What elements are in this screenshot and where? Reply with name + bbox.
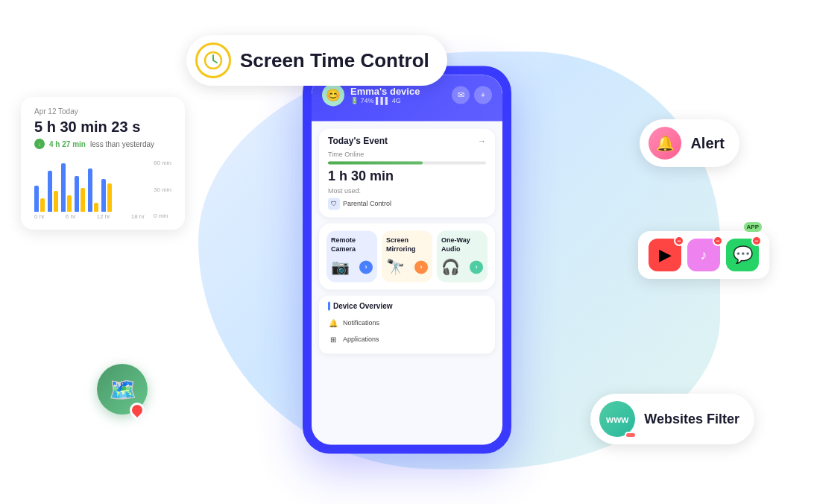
screen-mirroring-card[interactable]: ScreenMirroring 🔭 › <box>382 230 432 282</box>
bar-group-3 <box>61 163 72 212</box>
event-arrow-icon[interactable]: → <box>478 136 486 145</box>
chart-x-labels: 0 hr 6 hr 12 hr 18 hr <box>34 213 145 220</box>
alert-text: Alert <box>690 135 725 152</box>
www-icon: www <box>599 401 635 437</box>
device-avatar: 😊 <box>322 84 344 106</box>
x-label-6: 6 hr <box>66 213 76 220</box>
bar-yellow <box>81 188 85 212</box>
app-label: APP <box>744 222 762 232</box>
whatsapp-icon[interactable]: 💬 − APP <box>726 239 759 271</box>
parental-control-name: Parental Control <box>343 200 391 207</box>
device-info: 😊 Emma's device 🔋 74% ▌▌▌ 4G <box>322 84 420 106</box>
applications-label: Applications <box>343 336 379 344</box>
one-way-audio-row: 🎧 › <box>441 259 483 277</box>
feature-cards: RemoteCamera 📷 › ScreenMirroring 🔭 › One… <box>319 223 495 289</box>
bar-yellow <box>54 191 58 212</box>
bell-icon: 🔔 <box>328 318 338 329</box>
parental-control-icon: 🛡 <box>328 198 340 210</box>
bar-group-6 <box>101 179 112 212</box>
bar-group-5 <box>88 168 98 212</box>
device-overview: Device Overview 🔔 Notifications ⊞ Applic… <box>319 296 495 354</box>
binoculars-emoji: 🔭 <box>386 259 405 277</box>
tiktok-block-badge: − <box>713 236 723 246</box>
alert-badge: 🔔 Alert <box>640 119 739 167</box>
diff-value: 4 h 27 min <box>49 140 86 148</box>
phone-header-top: 😊 Emma's device 🔋 74% ▌▌▌ 4G ✉ + <box>322 84 492 106</box>
bar-yellow <box>94 203 98 212</box>
app-block-row: ▶ − ♪ − 💬 − APP <box>638 231 769 279</box>
x-label-18: 18 hr <box>131 213 145 220</box>
parental-control-item: 🛡 Parental Control <box>328 198 486 210</box>
screen-mirroring-label: ScreenMirroring <box>386 236 416 253</box>
camera-emoji: 📷 <box>331 259 350 277</box>
remote-camera-label: RemoteCamera <box>331 236 356 253</box>
y-label-0: 0 min <box>154 212 171 219</box>
time-online-label: Time Online <box>328 151 486 158</box>
stats-diff: ↓ 4 h 27 min less than yesterday <box>34 139 171 149</box>
applications-item[interactable]: ⊞ Applications <box>328 332 486 348</box>
clock-icon <box>195 42 231 78</box>
event-time: 1 h 30 min <box>328 168 486 184</box>
remote-camera-row: 📷 › <box>331 259 373 277</box>
notifications-label: Notifications <box>343 320 379 327</box>
time-progress-bg <box>328 161 486 164</box>
stats-time: 5 h 30 min 23 s <box>34 119 171 136</box>
time-progress-fill <box>328 161 423 164</box>
screen-mirroring-row: 🔭 › <box>386 259 428 277</box>
bar-yellow <box>40 198 45 212</box>
location-badge: 🗺️ <box>97 364 148 415</box>
notifications-item[interactable]: 🔔 Notifications <box>328 315 486 332</box>
diff-text: less than yesterday <box>90 140 154 148</box>
svg-line-2 <box>213 60 217 63</box>
x-label-12: 12 hr <box>97 213 110 220</box>
tiktok-icon[interactable]: ♪ − <box>687 239 720 271</box>
grid-icon: ⊞ <box>328 335 338 345</box>
bar-yellow <box>107 183 112 212</box>
device-status: 🔋 74% ▌▌▌ 4G <box>350 97 420 104</box>
websites-filter-text: Websites Filter <box>644 412 739 427</box>
overview-accent <box>328 302 330 311</box>
phone-mockup: 😊 Emma's device 🔋 74% ▌▌▌ 4G ✉ + Today's <box>303 66 511 453</box>
headphones-emoji: 🎧 <box>441 259 460 277</box>
device-text: Emma's device 🔋 74% ▌▌▌ 4G <box>350 86 420 104</box>
phone-header-icons: ✉ + <box>452 86 492 104</box>
bar-blue <box>34 186 39 212</box>
bar-blue <box>75 176 79 212</box>
event-card: Today's Event → Time Online 1 h 30 min M… <box>319 128 495 217</box>
y-label-30: 30 min <box>154 186 171 193</box>
usage-chart: 60 min 30 min 0 min <box>34 160 171 219</box>
one-way-audio-btn[interactable]: › <box>470 261 483 274</box>
plus-icon[interactable]: + <box>474 86 492 104</box>
chart-bars <box>34 160 145 212</box>
event-header: Today's Event → <box>328 136 486 146</box>
phone-content: Today's Event → Time Online 1 h 30 min M… <box>312 121 502 431</box>
one-way-audio-label: One-WayAudio <box>441 236 470 253</box>
bar-blue <box>101 179 106 212</box>
remote-camera-card[interactable]: RemoteCamera 📷 › <box>326 230 377 282</box>
bar-group-1 <box>34 186 45 212</box>
device-name: Emma's device <box>350 86 420 97</box>
down-arrow-icon: ↓ <box>34 139 45 149</box>
screen-mirroring-btn[interactable]: › <box>414 261 428 274</box>
screen-time-badge: Screen Time Control <box>186 35 447 86</box>
bar-yellow <box>67 195 72 212</box>
event-title: Today's Event <box>328 136 388 146</box>
filter-toggle[interactable] <box>625 432 637 438</box>
chart-y-labels: 60 min 30 min 0 min <box>154 160 171 219</box>
message-icon[interactable]: ✉ <box>452 86 470 104</box>
alert-icon: 🔔 <box>649 127 681 160</box>
bar-group-2 <box>48 171 58 212</box>
most-used-label: Most used: <box>328 187 486 195</box>
y-label-60: 60 min <box>154 160 171 166</box>
stats-card: Apr 12 Today 5 h 30 min 23 s ↓ 4 h 27 mi… <box>21 97 185 230</box>
whatsapp-block-badge: − <box>751 236 762 246</box>
overview-title-text: Device Overview <box>333 302 393 310</box>
screen-time-title: Screen Time Control <box>240 49 429 72</box>
youtube-block-badge: − <box>674 236 684 246</box>
bar-blue <box>88 168 92 212</box>
remote-camera-btn[interactable]: › <box>359 261 373 274</box>
bar-group-4 <box>75 176 85 212</box>
youtube-icon[interactable]: ▶ − <box>649 239 681 271</box>
one-way-audio-card[interactable]: One-WayAudio 🎧 › <box>437 230 488 282</box>
x-label-0: 0 hr <box>34 213 45 220</box>
